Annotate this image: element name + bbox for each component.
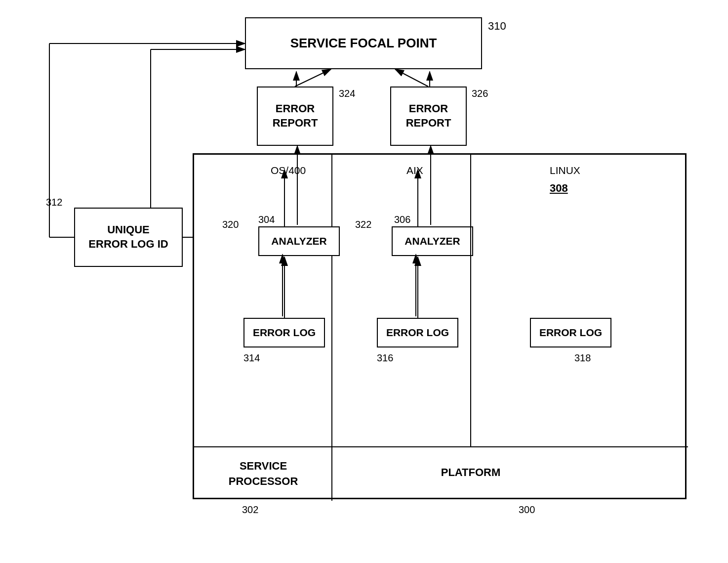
- linux-label: LINUX: [550, 165, 580, 176]
- ref-312-label: 312: [46, 197, 62, 208]
- analyzer-322-box: ANALYZER: [392, 226, 473, 256]
- ref-306-label: 306: [394, 214, 410, 225]
- ref-318-label: 318: [574, 352, 591, 364]
- ref-316-label: 316: [377, 352, 393, 364]
- unique-error-log-id-box: UNIQUEERROR LOG ID: [74, 208, 183, 267]
- ref-304-label: 304: [258, 214, 275, 225]
- error-log-316-label: ERROR LOG: [386, 326, 449, 339]
- main-outer-box: OS/400 304 AIX 306 LINUX 308 ANALYZER 32…: [193, 153, 687, 499]
- os400-label: OS/400: [271, 165, 306, 176]
- ref-310-label: 310: [488, 20, 506, 33]
- error-log-318-box: ERROR LOG: [530, 318, 611, 347]
- ref-326-label: 326: [472, 88, 488, 99]
- error-log-318-label: ERROR LOG: [539, 326, 602, 339]
- svg-line-19: [295, 69, 331, 87]
- platform-label: PLATFORM: [416, 466, 525, 479]
- analyzer-320-label: ANALYZER: [271, 234, 326, 248]
- ref-314-label: 314: [243, 352, 260, 364]
- diagram: SERVICE FOCAL POINT 310 ERRORREPORT 324 …: [0, 0, 728, 563]
- svg-line-20: [395, 69, 428, 87]
- ref-308-label: 308: [550, 182, 568, 195]
- error-log-316-box: ERROR LOG: [377, 318, 458, 347]
- error-log-314-label: ERROR LOG: [253, 326, 316, 339]
- error-report-326-label: ERRORREPORT: [406, 102, 451, 130]
- service-processor-bottom-label: SERVICEPROCESSOR: [209, 459, 318, 489]
- ref-302-label: 302: [242, 504, 258, 516]
- service-focal-point-box: SERVICE FOCAL POINT: [245, 17, 482, 69]
- ref-324-label: 324: [339, 88, 355, 99]
- service-focal-point-label: SERVICE FOCAL POINT: [290, 35, 437, 52]
- ref-300-label: 300: [519, 504, 535, 516]
- aix-label: AIX: [406, 165, 423, 176]
- error-report-324-label: ERRORREPORT: [273, 102, 318, 130]
- horizontal-divider: [194, 446, 688, 447]
- unique-error-log-id-label: UNIQUEERROR LOG ID: [88, 223, 168, 251]
- analyzer-322-label: ANALYZER: [404, 234, 460, 248]
- analyzer-320-box: ANALYZER: [258, 226, 340, 256]
- ref-320-label: 320: [222, 219, 239, 230]
- ref-322-label: 322: [355, 219, 371, 230]
- error-report-326-box: ERRORREPORT: [390, 87, 467, 146]
- error-log-314-box: ERROR LOG: [243, 318, 325, 347]
- error-report-324-box: ERRORREPORT: [257, 87, 333, 146]
